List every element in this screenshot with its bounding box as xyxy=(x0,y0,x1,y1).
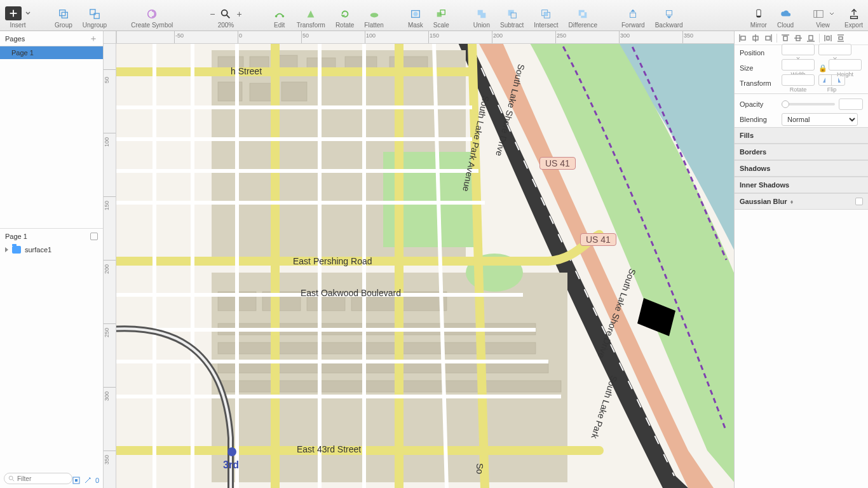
backward-icon[interactable] xyxy=(662,8,676,20)
filter-field[interactable] xyxy=(4,473,72,484)
svg-point-13 xyxy=(413,11,417,16)
rotate-icon[interactable] xyxy=(338,8,352,20)
subtract-icon[interactable] xyxy=(505,8,519,20)
group-label: Group xyxy=(55,22,72,29)
align-center-h-icon[interactable] xyxy=(750,33,761,43)
filter-input[interactable] xyxy=(17,475,62,482)
svg-rect-74 xyxy=(741,36,745,40)
flip-h-icon[interactable] xyxy=(819,75,832,85)
blending-row: Blending Normal xyxy=(735,112,868,127)
fills-header[interactable]: Fills xyxy=(735,127,868,144)
horizontal-ruler[interactable]: -500501001502002503003504004505005506006… xyxy=(116,31,734,44)
transform-row: Transform Rotate Flip xyxy=(735,76,868,91)
align-top-icon[interactable] xyxy=(780,33,791,43)
svg-rect-50 xyxy=(218,342,536,354)
zoom-out-icon[interactable]: − xyxy=(210,9,215,19)
align-center-v-icon[interactable] xyxy=(792,33,804,43)
subtract-label: Subtract xyxy=(500,22,524,29)
forward-icon[interactable] xyxy=(626,8,640,20)
scale-icon[interactable] xyxy=(434,8,448,20)
flip-v-icon[interactable] xyxy=(832,75,844,85)
artboard-toggle-icon[interactable] xyxy=(90,233,98,240)
insert-label: Insert xyxy=(10,22,25,29)
mirror-icon[interactable] xyxy=(752,8,766,20)
slice-count: 0 xyxy=(95,477,99,484)
cloud-icon[interactable] xyxy=(778,8,792,20)
lock-icon[interactable]: 🔒 xyxy=(818,64,825,72)
zoom-in-icon[interactable]: + xyxy=(236,9,241,19)
y-input[interactable] xyxy=(818,44,851,55)
gaussian-checkbox[interactable] xyxy=(855,198,863,205)
svg-rect-25 xyxy=(814,10,817,17)
disclosure-triangle-icon[interactable] xyxy=(5,247,8,252)
svg-point-11 xyxy=(370,13,378,17)
add-page-icon[interactable]: ＋ xyxy=(89,34,98,43)
svg-rect-17 xyxy=(511,13,516,18)
inner-shadows-header[interactable]: Inner Shadows xyxy=(735,177,868,193)
route-shield: US 41 xyxy=(580,233,616,246)
view-icon[interactable] xyxy=(811,8,825,20)
distribute-v-icon[interactable] xyxy=(835,33,846,43)
ungroup-icon[interactable] xyxy=(88,8,102,20)
chevron-down-icon xyxy=(829,11,834,17)
position-row: Position X Y xyxy=(735,45,868,60)
shadows-header[interactable]: Shadows xyxy=(735,160,868,177)
difference-icon[interactable] xyxy=(576,8,590,20)
forward-label: Forward xyxy=(621,22,645,29)
backward-label: Backward xyxy=(655,22,683,29)
transform-icon[interactable] xyxy=(304,8,318,20)
svg-point-27 xyxy=(9,476,13,480)
edit-icon[interactable] xyxy=(273,8,287,20)
fills-label: Fills xyxy=(740,132,754,139)
x-input[interactable] xyxy=(782,44,815,55)
search-icon xyxy=(8,475,15,482)
create-symbol-label: Create Symbol xyxy=(131,22,173,29)
export-icon[interactable] xyxy=(847,8,861,20)
export-filter-icon[interactable] xyxy=(84,477,92,484)
layer-row[interactable]: surface1 xyxy=(0,243,103,256)
pages-title: Pages xyxy=(5,35,25,43)
rotate-input[interactable] xyxy=(782,74,815,86)
intersect-label: Intersect xyxy=(534,22,558,29)
mask-icon[interactable] xyxy=(409,8,423,20)
height-input[interactable] xyxy=(829,59,862,71)
view-label: View xyxy=(816,22,830,29)
flatten-label: Flatten xyxy=(364,22,384,29)
svg-rect-20 xyxy=(545,12,548,15)
align-right-icon[interactable] xyxy=(763,33,774,43)
mask-label: Mask xyxy=(408,22,423,29)
canvas[interactable]: h Street East Pershing Road East Oakwood… xyxy=(116,44,734,488)
insert-tool[interactable]: Insert xyxy=(5,0,31,31)
flip-sublabel: Flip xyxy=(827,86,837,93)
borders-header[interactable]: Borders xyxy=(735,144,868,160)
layers-title: Page 1 xyxy=(5,233,27,240)
map-artwork xyxy=(116,44,734,488)
create-symbol-icon[interactable] xyxy=(145,8,159,20)
align-left-icon[interactable] xyxy=(737,33,749,43)
align-bottom-icon[interactable] xyxy=(805,33,817,43)
magnifier-icon[interactable] xyxy=(219,8,233,20)
page-item-label: Page 1 xyxy=(11,49,34,57)
svg-line-28 xyxy=(13,480,15,482)
opacity-slider[interactable] xyxy=(782,103,835,105)
flatten-icon[interactable] xyxy=(367,8,381,20)
transform-label: Transform xyxy=(740,79,778,87)
group-icon[interactable] xyxy=(57,8,71,20)
svg-rect-90 xyxy=(839,37,843,39)
distribute-h-icon[interactable] xyxy=(822,33,834,43)
scale-label: Scale xyxy=(433,22,449,29)
union-icon[interactable] xyxy=(475,8,489,20)
width-input[interactable] xyxy=(782,59,815,71)
vertical-ruler[interactable]: 50100150200250300350 xyxy=(104,44,116,488)
slice-filter-icon[interactable] xyxy=(72,477,80,484)
intersect-icon[interactable] xyxy=(539,8,553,20)
opacity-input[interactable] xyxy=(839,98,863,110)
ungroup-label: Ungroup xyxy=(83,22,107,29)
page-item[interactable]: Page 1 xyxy=(0,46,103,59)
street-label: East 43rd Street xyxy=(297,444,361,454)
blending-select[interactable]: Normal xyxy=(782,113,858,126)
gaussian-blur-header[interactable]: Gaussian Blur xyxy=(735,193,868,210)
svg-rect-84 xyxy=(809,36,813,40)
toolbar: Insert Group Ungroup Create Symbol − + 2… xyxy=(0,0,868,31)
street-label: So xyxy=(475,463,485,474)
